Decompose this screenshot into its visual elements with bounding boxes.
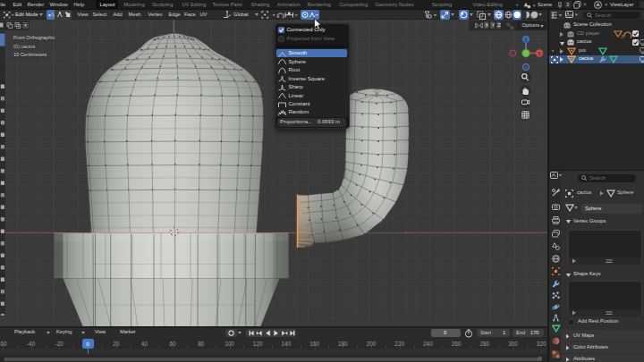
svg-text:Z: Z xyxy=(524,38,528,43)
svg-text:X: X xyxy=(538,51,541,56)
